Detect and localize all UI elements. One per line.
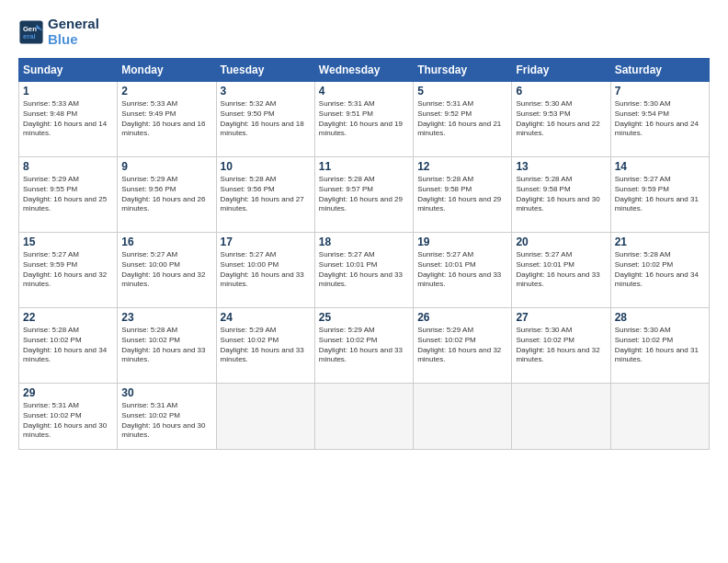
day-number: 1 bbox=[23, 85, 113, 98]
calendar-cell: 29Sunrise: 5:31 AMSunset: 10:02 PMDaylig… bbox=[19, 384, 118, 450]
day-number: 22 bbox=[23, 311, 113, 324]
calendar-cell: 10Sunrise: 5:28 AMSunset: 9:56 PMDayligh… bbox=[216, 157, 314, 233]
week-row-1: 1Sunrise: 5:33 AMSunset: 9:48 PMDaylight… bbox=[19, 82, 710, 157]
day-number: 14 bbox=[615, 160, 705, 173]
calendar-cell bbox=[414, 384, 512, 450]
day-number: 16 bbox=[121, 236, 211, 248]
day-info: Sunrise: 5:28 AMSunset: 10:02 PMDaylight… bbox=[121, 326, 211, 365]
calendar-cell: 16Sunrise: 5:27 AMSunset: 10:00 PMDaylig… bbox=[118, 233, 216, 308]
day-number: 7 bbox=[615, 85, 705, 98]
logo-icon: Gen eral bbox=[18, 19, 44, 45]
day-info: Sunrise: 5:33 AMSunset: 9:49 PMDaylight:… bbox=[121, 99, 211, 139]
week-row-5: 29Sunrise: 5:31 AMSunset: 10:02 PMDaylig… bbox=[19, 384, 710, 450]
calendar-cell bbox=[512, 384, 610, 450]
day-header-wednesday: Wednesday bbox=[314, 59, 413, 82]
page-header: Gen eral General Blue bbox=[18, 17, 710, 47]
day-info: Sunrise: 5:30 AMSunset: 9:54 PMDaylight:… bbox=[615, 99, 705, 139]
day-info: Sunrise: 5:29 AMSunset: 10:02 PMDaylight… bbox=[417, 326, 507, 365]
day-header-thursday: Thursday bbox=[414, 59, 512, 82]
day-info: Sunrise: 5:28 AMSunset: 10:02 PMDaylight… bbox=[615, 250, 705, 290]
day-number: 9 bbox=[121, 160, 211, 173]
day-info: Sunrise: 5:29 AMSunset: 9:55 PMDaylight:… bbox=[23, 175, 113, 214]
calendar-cell: 20Sunrise: 5:27 AMSunset: 10:01 PMDaylig… bbox=[512, 233, 610, 308]
day-info: Sunrise: 5:31 AMSunset: 10:02 PMDaylight… bbox=[121, 401, 211, 441]
calendar-cell: 25Sunrise: 5:29 AMSunset: 10:02 PMDaylig… bbox=[314, 308, 413, 384]
day-info: Sunrise: 5:29 AMSunset: 10:02 PMDaylight… bbox=[319, 326, 409, 365]
day-info: Sunrise: 5:28 AMSunset: 9:57 PMDaylight:… bbox=[319, 175, 409, 214]
day-number: 23 bbox=[121, 311, 211, 324]
day-info: Sunrise: 5:27 AMSunset: 10:01 PMDaylight… bbox=[516, 250, 606, 290]
day-info: Sunrise: 5:31 AMSunset: 9:52 PMDaylight:… bbox=[417, 99, 507, 139]
day-info: Sunrise: 5:31 AMSunset: 10:02 PMDaylight… bbox=[23, 401, 113, 441]
day-info: Sunrise: 5:28 AMSunset: 9:56 PMDaylight:… bbox=[221, 175, 311, 214]
calendar-cell: 3Sunrise: 5:32 AMSunset: 9:50 PMDaylight… bbox=[216, 82, 314, 157]
day-number: 5 bbox=[417, 85, 507, 98]
day-number: 4 bbox=[319, 85, 409, 98]
calendar-cell bbox=[314, 384, 413, 450]
week-row-3: 15Sunrise: 5:27 AMSunset: 9:59 PMDayligh… bbox=[19, 233, 710, 308]
day-number: 21 bbox=[615, 236, 705, 248]
day-number: 27 bbox=[516, 311, 606, 324]
day-number: 26 bbox=[417, 311, 507, 324]
day-info: Sunrise: 5:32 AMSunset: 9:50 PMDaylight:… bbox=[221, 99, 311, 139]
calendar-cell: 2Sunrise: 5:33 AMSunset: 9:49 PMDaylight… bbox=[118, 82, 216, 157]
calendar-cell: 22Sunrise: 5:28 AMSunset: 10:02 PMDaylig… bbox=[19, 308, 118, 384]
day-header-sunday: Sunday bbox=[19, 59, 118, 82]
day-info: Sunrise: 5:29 AMSunset: 9:56 PMDaylight:… bbox=[121, 175, 211, 214]
day-number: 25 bbox=[319, 311, 409, 324]
calendar-cell: 27Sunrise: 5:30 AMSunset: 10:02 PMDaylig… bbox=[512, 308, 610, 384]
calendar-header-row: SundayMondayTuesdayWednesdayThursdayFrid… bbox=[19, 59, 710, 82]
calendar-cell: 17Sunrise: 5:27 AMSunset: 10:00 PMDaylig… bbox=[216, 233, 314, 308]
day-info: Sunrise: 5:31 AMSunset: 9:51 PMDaylight:… bbox=[319, 99, 409, 139]
day-number: 24 bbox=[221, 311, 311, 324]
day-number: 13 bbox=[516, 160, 606, 173]
calendar-cell: 4Sunrise: 5:31 AMSunset: 9:51 PMDaylight… bbox=[314, 82, 413, 157]
day-number: 15 bbox=[23, 236, 113, 248]
day-number: 28 bbox=[615, 311, 705, 324]
day-number: 10 bbox=[221, 160, 311, 173]
day-info: Sunrise: 5:28 AMSunset: 9:58 PMDaylight:… bbox=[417, 175, 507, 214]
calendar-cell bbox=[216, 384, 314, 450]
day-info: Sunrise: 5:30 AMSunset: 9:53 PMDaylight:… bbox=[516, 99, 606, 139]
day-number: 12 bbox=[417, 160, 507, 173]
day-info: Sunrise: 5:30 AMSunset: 10:02 PMDaylight… bbox=[615, 326, 705, 365]
week-row-2: 8Sunrise: 5:29 AMSunset: 9:55 PMDaylight… bbox=[19, 157, 710, 233]
svg-text:eral: eral bbox=[23, 32, 36, 40]
calendar-cell: 15Sunrise: 5:27 AMSunset: 9:59 PMDayligh… bbox=[19, 233, 118, 308]
calendar-cell: 9Sunrise: 5:29 AMSunset: 9:56 PMDaylight… bbox=[118, 157, 216, 233]
calendar-cell: 24Sunrise: 5:29 AMSunset: 10:02 PMDaylig… bbox=[216, 308, 314, 384]
day-number: 20 bbox=[516, 236, 606, 248]
day-info: Sunrise: 5:27 AMSunset: 10:01 PMDaylight… bbox=[417, 250, 507, 290]
day-header-saturday: Saturday bbox=[610, 59, 709, 82]
day-number: 18 bbox=[319, 236, 409, 248]
day-info: Sunrise: 5:27 AMSunset: 9:59 PMDaylight:… bbox=[23, 250, 113, 290]
calendar-cell: 21Sunrise: 5:28 AMSunset: 10:02 PMDaylig… bbox=[610, 233, 709, 308]
day-number: 19 bbox=[417, 236, 507, 248]
calendar-cell: 5Sunrise: 5:31 AMSunset: 9:52 PMDaylight… bbox=[414, 82, 512, 157]
calendar-cell: 1Sunrise: 5:33 AMSunset: 9:48 PMDaylight… bbox=[19, 82, 118, 157]
week-row-4: 22Sunrise: 5:28 AMSunset: 10:02 PMDaylig… bbox=[19, 308, 710, 384]
svg-text:Gen: Gen bbox=[23, 24, 37, 32]
day-header-friday: Friday bbox=[512, 59, 610, 82]
day-info: Sunrise: 5:28 AMSunset: 9:58 PMDaylight:… bbox=[516, 175, 606, 214]
calendar-cell: 8Sunrise: 5:29 AMSunset: 9:55 PMDaylight… bbox=[19, 157, 118, 233]
calendar-cell: 7Sunrise: 5:30 AMSunset: 9:54 PMDaylight… bbox=[610, 82, 709, 157]
calendar-cell: 19Sunrise: 5:27 AMSunset: 10:01 PMDaylig… bbox=[414, 233, 512, 308]
day-info: Sunrise: 5:28 AMSunset: 10:02 PMDaylight… bbox=[23, 326, 113, 365]
calendar-table: SundayMondayTuesdayWednesdayThursdayFrid… bbox=[18, 58, 710, 450]
day-header-monday: Monday bbox=[118, 59, 216, 82]
calendar-cell: 18Sunrise: 5:27 AMSunset: 10:01 PMDaylig… bbox=[314, 233, 413, 308]
day-info: Sunrise: 5:29 AMSunset: 10:02 PMDaylight… bbox=[221, 326, 311, 365]
day-info: Sunrise: 5:27 AMSunset: 10:01 PMDaylight… bbox=[319, 250, 409, 290]
calendar-cell: 30Sunrise: 5:31 AMSunset: 10:02 PMDaylig… bbox=[118, 384, 216, 450]
day-number: 11 bbox=[319, 160, 409, 173]
calendar-cell: 11Sunrise: 5:28 AMSunset: 9:57 PMDayligh… bbox=[314, 157, 413, 233]
day-number: 29 bbox=[23, 386, 113, 399]
calendar-cell: 23Sunrise: 5:28 AMSunset: 10:02 PMDaylig… bbox=[118, 308, 216, 384]
calendar-cell: 12Sunrise: 5:28 AMSunset: 9:58 PMDayligh… bbox=[414, 157, 512, 233]
calendar-cell: 26Sunrise: 5:29 AMSunset: 10:02 PMDaylig… bbox=[414, 308, 512, 384]
day-number: 17 bbox=[221, 236, 311, 248]
day-info: Sunrise: 5:27 AMSunset: 10:00 PMDaylight… bbox=[221, 250, 311, 290]
day-header-tuesday: Tuesday bbox=[216, 59, 314, 82]
logo-text-general: General bbox=[48, 17, 99, 32]
